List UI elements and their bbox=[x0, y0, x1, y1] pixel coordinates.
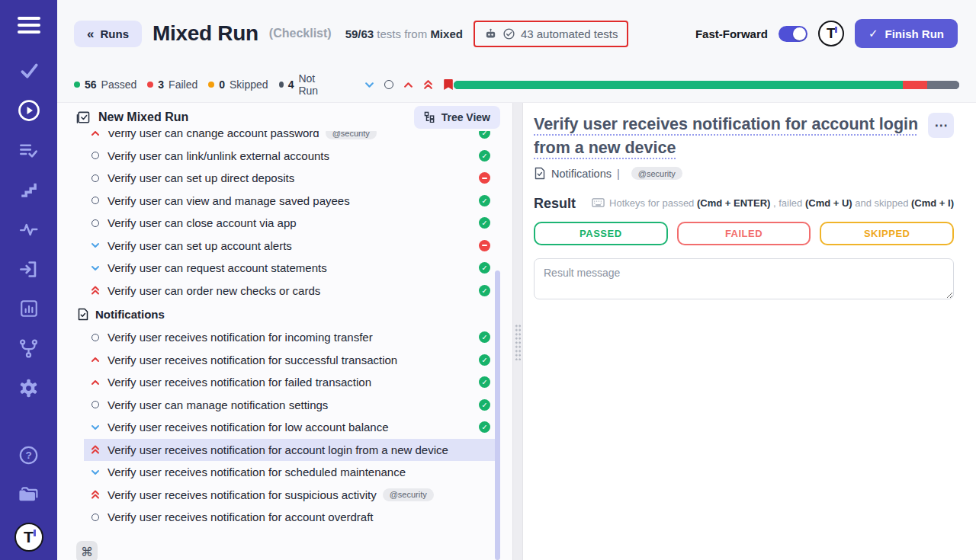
test-row[interactable]: Verify user can order new checks or card… bbox=[84, 280, 496, 302]
list-title: New Mixed Run bbox=[98, 110, 188, 124]
status-dot-icon bbox=[147, 82, 153, 88]
result-row: Result Hotkeys for passed (Cmd + ENTER) … bbox=[534, 196, 954, 212]
content: New Mixed Run Tree View Verify user can … bbox=[57, 103, 976, 560]
test-row[interactable]: Verify user can set up account alerts bbox=[84, 235, 496, 258]
panel-resizer[interactable] bbox=[512, 103, 523, 560]
logo-icon[interactable]: T bbox=[14, 523, 43, 552]
list-scrollbar[interactable] bbox=[495, 270, 500, 560]
automated-tests-label: 43 automated tests bbox=[521, 27, 618, 40]
status-dot-icon bbox=[279, 82, 284, 88]
import-icon[interactable] bbox=[16, 258, 42, 280]
priority-high-icon[interactable] bbox=[403, 80, 413, 90]
steps-icon[interactable] bbox=[16, 178, 42, 201]
circle-check-icon bbox=[502, 27, 515, 40]
svg-text:?: ? bbox=[25, 450, 31, 461]
test-row[interactable]: Verify user can view and manage saved pa… bbox=[84, 190, 496, 213]
app-logo-icon[interactable]: T bbox=[818, 21, 844, 46]
fast-forward-label: Fast-Forward bbox=[695, 27, 768, 40]
test-row[interactable]: Verify user receives notification for su… bbox=[84, 349, 496, 372]
failed-button[interactable]: FAILED bbox=[677, 222, 811, 245]
status-passed-icon: ✓ bbox=[479, 285, 490, 296]
status-count-skipped[interactable]: 0Skipped bbox=[208, 78, 268, 91]
priority-normal-icon bbox=[92, 334, 99, 341]
run-progress-bar bbox=[454, 81, 959, 89]
priority-critical-icon bbox=[91, 285, 100, 296]
test-meta: Notifications | @security bbox=[534, 167, 954, 180]
test-row[interactable]: Verify user receives notification for su… bbox=[84, 484, 496, 507]
help-icon[interactable]: ? bbox=[16, 443, 42, 466]
app-window: ? T « Runs Mixed Run (Checklist) 59/63 t… bbox=[0, 0, 976, 560]
finish-run-button[interactable]: ✓ Finish Run bbox=[855, 19, 958, 48]
priority-normal-icon bbox=[92, 514, 99, 521]
status-passed-icon: ✓ bbox=[479, 331, 490, 343]
test-row[interactable]: Verify user receives notification for lo… bbox=[84, 416, 496, 439]
test-row[interactable]: Verify user receives notification for ac… bbox=[84, 506, 496, 529]
tests-count: 59/63 tests from Mixed bbox=[345, 27, 463, 40]
automated-tests-badge: 43 automated tests bbox=[474, 21, 629, 47]
status-count-failed[interactable]: 3Failed bbox=[147, 78, 197, 91]
suite-name[interactable]: Notifications bbox=[551, 168, 612, 180]
test-row[interactable]: Verify user can manage notification sett… bbox=[84, 394, 496, 417]
status-passed-icon: ✓ bbox=[479, 354, 490, 366]
progress-segment-not-run bbox=[927, 81, 959, 89]
skipped-button[interactable]: SKIPPED bbox=[820, 222, 954, 245]
test-row[interactable]: Verify user can close account via app✓ bbox=[84, 212, 496, 235]
test-row[interactable]: Verify user receives notification for fa… bbox=[84, 371, 496, 394]
tree-view-button[interactable]: Tree View bbox=[414, 106, 500, 129]
back-label: Runs bbox=[100, 27, 129, 40]
priority-critical-icon bbox=[91, 489, 100, 500]
test-title[interactable]: Verify user receives notification for ac… bbox=[534, 113, 920, 160]
priority-high-icon bbox=[91, 131, 100, 138]
bookmark-icon[interactable] bbox=[443, 78, 454, 91]
priority-critical-icon[interactable] bbox=[423, 79, 433, 90]
priority-low-icon bbox=[91, 423, 100, 432]
test-detail-panel: Verify user receives notification for ac… bbox=[523, 103, 976, 560]
tests-count-value: 59/63 bbox=[345, 27, 374, 40]
priority-normal-icon[interactable] bbox=[384, 80, 393, 89]
check-icon[interactable] bbox=[16, 59, 42, 82]
more-options-button[interactable]: ⋯ bbox=[928, 113, 954, 138]
test-row[interactable]: Verify user receives notification for in… bbox=[84, 326, 496, 349]
projects-folder-icon[interactable] bbox=[16, 483, 42, 506]
priority-normal-icon bbox=[92, 197, 99, 204]
priority-low-icon[interactable] bbox=[364, 80, 374, 90]
status-count-passed[interactable]: 56Passed bbox=[74, 78, 136, 91]
stats-bar: 56Passed3Failed0Skipped4Not Run bbox=[57, 67, 976, 103]
status-failed-icon bbox=[479, 240, 490, 251]
test-row[interactable]: Verify user can change account password@… bbox=[84, 131, 496, 145]
menu-icon[interactable] bbox=[18, 17, 40, 34]
page-title: Mixed Run bbox=[152, 21, 258, 46]
branch-icon[interactable] bbox=[16, 337, 42, 360]
tests-source: Mixed bbox=[430, 27, 463, 40]
back-to-runs-button[interactable]: « Runs bbox=[74, 21, 142, 47]
tree-view-icon bbox=[424, 111, 435, 123]
suite-doc-icon bbox=[534, 167, 546, 180]
list-header: New Mixed Run Tree View bbox=[57, 103, 512, 131]
suite-doc-icon bbox=[77, 308, 89, 321]
tag-badge[interactable]: @security bbox=[631, 167, 682, 180]
test-row[interactable]: Verify user can request account statemen… bbox=[84, 257, 496, 280]
command-hotkey-button[interactable]: ⌘ bbox=[76, 541, 98, 560]
suite-section-row[interactable]: Notifications bbox=[77, 302, 496, 326]
checklist-icon[interactable] bbox=[16, 139, 42, 162]
priority-high-icon bbox=[91, 378, 100, 387]
status-passed-icon: ✓ bbox=[479, 421, 490, 433]
test-list-panel: New Mixed Run Tree View Verify user can … bbox=[57, 103, 512, 560]
fast-forward-toggle[interactable] bbox=[779, 26, 807, 42]
tag-badge: @security bbox=[326, 131, 377, 139]
separator: | bbox=[617, 168, 620, 180]
pulse-icon[interactable] bbox=[16, 218, 42, 241]
main-area: « Runs Mixed Run (Checklist) 59/63 tests… bbox=[57, 0, 976, 560]
passed-button[interactable]: PASSED bbox=[534, 222, 668, 245]
gear-icon[interactable] bbox=[16, 376, 42, 399]
status-count-not-run[interactable]: 4Not Run bbox=[279, 72, 329, 97]
priority-critical-icon bbox=[91, 444, 100, 455]
bar-chart-icon[interactable] bbox=[16, 297, 42, 320]
play-circle-icon[interactable] bbox=[16, 99, 42, 122]
test-row[interactable]: Verify user receives notification for ac… bbox=[84, 439, 496, 462]
test-row[interactable]: Verify user can set up direct deposits bbox=[84, 167, 496, 190]
finish-run-label: Finish Run bbox=[885, 27, 945, 40]
test-row[interactable]: Verify user receives notification for sc… bbox=[84, 461, 496, 484]
test-row[interactable]: Verify user can link/unlink external acc… bbox=[84, 145, 496, 168]
result-message-input[interactable] bbox=[534, 258, 954, 299]
